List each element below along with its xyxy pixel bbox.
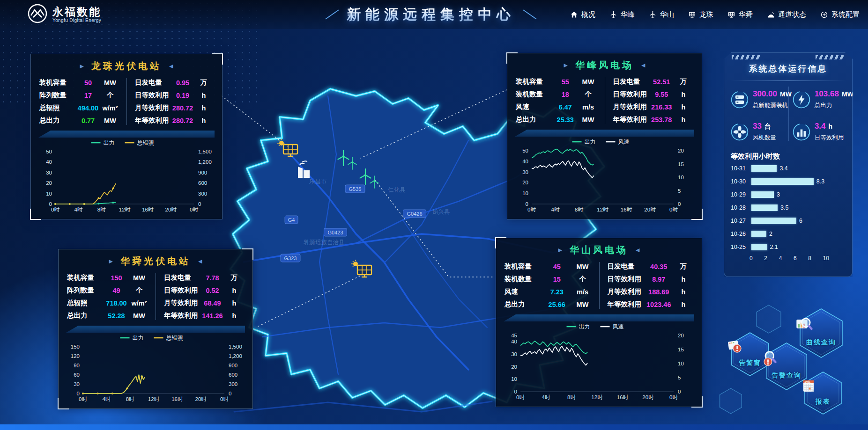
huafeng-wind-panel: ▶ 华峰风电场 ◀ 装机容量55MW装机数量18个风速6.47m/s总出力25.… xyxy=(507,53,702,219)
metric-value: 0.77 xyxy=(76,117,100,124)
svg-text:60: 60 xyxy=(74,372,80,378)
nav-item-label: 龙珠 xyxy=(699,10,713,19)
road-badge: G0423 xyxy=(324,228,347,236)
stat-unit: 台 xyxy=(764,123,771,130)
metric-row: 日发电量0.95万 xyxy=(135,76,214,89)
station-chart: 030609012015003006009001,2001,5000时4时8时1… xyxy=(61,334,250,404)
svg-text:8时: 8时 xyxy=(567,394,576,400)
metric-label: 总出力 xyxy=(39,116,76,125)
svg-text:50: 50 xyxy=(46,149,52,154)
metric-row: 总出力0.77MW xyxy=(39,114,120,127)
svg-text:12时: 12时 xyxy=(148,396,160,402)
hex-button-report[interactable]: APRIL报表 xyxy=(800,370,846,416)
metric-unit: 个 xyxy=(573,275,593,284)
system-stats: 300.00MW总新能源装机103.68MW总出力33台风机数量3.4h日等效利… xyxy=(724,81,852,142)
stat-value: 300.00 xyxy=(753,89,777,98)
metric-value: 216.33 xyxy=(650,103,674,111)
metric-unit: h xyxy=(224,287,244,294)
metric-unit: h xyxy=(224,312,244,320)
svg-text:0: 0 xyxy=(526,201,528,207)
svg-text:40: 40 xyxy=(46,159,52,165)
bar-date-label: 10-29 xyxy=(731,191,751,198)
station-metrics: 装机容量55MW装机数量18个风速6.47m/s总出力25.33MW日发电量52… xyxy=(516,75,693,126)
svg-text:4时: 4时 xyxy=(74,207,82,212)
svg-text:12时: 12时 xyxy=(119,207,131,212)
system-overview-panel: 系统总体运行信息 300.00MW总新能源装机103.68MW总出力33台风机数… xyxy=(724,52,853,277)
bar-date-label: 10-31 xyxy=(731,165,751,172)
metric-unit: MW xyxy=(129,312,149,320)
solar-panel-icon xyxy=(688,11,696,19)
svg-text:16时: 16时 xyxy=(142,207,154,212)
svg-text:4时: 4时 xyxy=(102,396,111,402)
nav-item-6-gear[interactable]: 系统配置 xyxy=(820,10,860,19)
metric-value: 7.78 xyxy=(200,274,224,282)
nav-item-0-home[interactable]: 概况 xyxy=(570,10,595,19)
svg-text:0时: 0时 xyxy=(51,207,59,212)
metric-unit: MW xyxy=(579,116,598,124)
nav-item-label: 华峰 xyxy=(621,10,635,19)
metric-value: 494.00 xyxy=(76,104,100,112)
nav-item-2-wind-turbine[interactable]: 华山 xyxy=(649,10,674,19)
metric-label: 日等效利用 xyxy=(613,90,650,99)
metric-unit: h xyxy=(674,301,693,308)
metric-value: 0.52 xyxy=(200,287,224,294)
equiv-hours-row: 10-313.4 xyxy=(731,162,846,174)
svg-text:20: 20 xyxy=(46,180,52,186)
metric-label: 装机数量 xyxy=(516,90,552,99)
svg-text:G4: G4 xyxy=(288,217,295,223)
nav-item-5-signal[interactable]: 通道状态 xyxy=(767,10,806,19)
divider-band xyxy=(66,326,245,333)
svg-text:0: 0 xyxy=(514,389,517,394)
bar-value: 3.4 xyxy=(779,165,787,172)
svg-text:900: 900 xyxy=(229,363,237,368)
wind-turbine-icon xyxy=(609,11,617,19)
title-left-arrow-icon: ◀ xyxy=(636,247,639,253)
metric-unit: h xyxy=(194,104,214,112)
signal-icon xyxy=(767,11,775,19)
svg-text:150: 150 xyxy=(71,344,80,350)
nav-item-4-solar-panel[interactable]: 华舜 xyxy=(727,10,753,19)
metric-value: 25.33 xyxy=(552,116,579,124)
logo-subtitle: Yongfu Digital Energy xyxy=(52,18,101,23)
svg-text:300: 300 xyxy=(229,381,237,387)
nav-item-label: 概况 xyxy=(581,10,595,19)
metric-unit: MW xyxy=(129,274,149,282)
title-decor-left xyxy=(326,9,339,19)
svg-text:900: 900 xyxy=(198,170,207,175)
metric-label: 总辐照 xyxy=(67,299,104,307)
title-right-arrow-icon: ▶ xyxy=(80,63,84,69)
svg-text:20时: 20时 xyxy=(642,394,654,400)
svg-text:风速: 风速 xyxy=(618,138,630,145)
metric-row: 年等效利用1023.46h xyxy=(608,298,694,311)
metric-row: 月等效利用280.72h xyxy=(135,102,214,114)
metric-unit: h xyxy=(674,288,693,296)
svg-text:300: 300 xyxy=(198,191,207,197)
corner-bracket xyxy=(242,248,253,260)
metric-value: 68.49 xyxy=(200,299,224,307)
svg-text:12时: 12时 xyxy=(597,207,608,212)
stat-unit: MW xyxy=(780,90,792,98)
equiv-hours-row: 10-293 xyxy=(731,189,846,200)
metric-row: 总出力25.66MW xyxy=(504,298,593,311)
stat-unit: h xyxy=(829,123,833,130)
nav-item-3-solar-panel[interactable]: 龙珠 xyxy=(688,10,713,19)
svg-text:0时: 0时 xyxy=(516,394,525,400)
svg-text:20: 20 xyxy=(511,364,517,370)
svg-text:90: 90 xyxy=(74,363,80,368)
svg-text:出力: 出力 xyxy=(579,323,590,330)
svg-text:0: 0 xyxy=(77,391,80,396)
metric-value: 6.47 xyxy=(552,103,579,111)
logo-icon xyxy=(27,3,48,26)
solar-panel-icon xyxy=(727,11,735,19)
metric-label: 装机容量 xyxy=(67,273,104,282)
metric-value: 15 xyxy=(541,276,573,283)
metric-row: 月等效利用68.49h xyxy=(164,297,244,309)
metric-label: 日发电量 xyxy=(613,77,650,86)
svg-text:1,200: 1,200 xyxy=(229,353,242,359)
svg-text:10: 10 xyxy=(511,376,517,382)
svg-text:0: 0 xyxy=(49,201,52,207)
metric-label: 日等效利用 xyxy=(135,91,171,100)
metric-unit: h xyxy=(194,92,214,99)
nav-item-1-wind-turbine[interactable]: 华峰 xyxy=(609,10,635,19)
divider-band xyxy=(38,131,215,138)
